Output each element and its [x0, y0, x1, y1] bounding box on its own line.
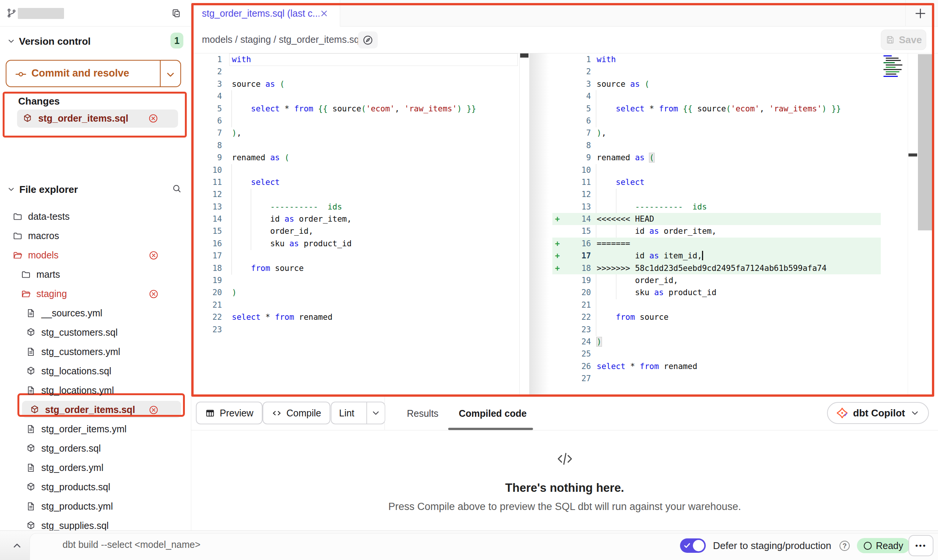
minimap[interactable]	[882, 54, 906, 76]
file-icon	[26, 385, 36, 396]
code-line: 26select * from renamed	[552, 360, 881, 372]
bottom-toolbar: Preview Compile Lint Results Compiled co…	[191, 397, 938, 430]
code-pane-right[interactable]: 1with23source as (45 select * from {{ so…	[552, 53, 881, 385]
save-button[interactable]: Save	[881, 30, 926, 50]
line-number: 22	[191, 311, 222, 323]
split-divider	[160, 61, 161, 86]
file-tree-item[interactable]: stg_supplies.sql	[0, 516, 191, 530]
code-line: 8	[552, 139, 881, 152]
file-tree-item[interactable]: stg_locations.sql	[0, 361, 191, 381]
line-number: 10	[564, 164, 591, 176]
lint-label[interactable]: Lint	[331, 402, 362, 424]
changed-file-name: stg_order_items.sql	[38, 113, 128, 124]
file-tree-item[interactable]: stg_order_items.yml	[0, 419, 191, 439]
chevron-up-icon[interactable]	[11, 540, 23, 551]
commit-button-label: Commit and resolve	[31, 67, 129, 79]
file-tree-item[interactable]: models	[0, 246, 191, 265]
sidebar: Version control 1 Commit and resolve Cha…	[0, 0, 191, 530]
lint-split-button[interactable]: Lint	[331, 402, 385, 424]
new-tab-plus-icon[interactable]	[913, 6, 927, 20]
code-line: 18 from source	[191, 262, 519, 274]
code-line: 13 ---------- ids	[552, 201, 881, 213]
file-tree-item[interactable]: stg_customers.yml	[0, 342, 191, 361]
tab-stg-order-items[interactable]: stg_order_items.sql (last c...	[191, 0, 340, 27]
file-tree-item[interactable]: staging	[0, 284, 191, 303]
chevron-down-icon[interactable]	[7, 185, 16, 194]
conflict-x-icon[interactable]	[149, 405, 159, 415]
lint-dropdown[interactable]	[366, 402, 385, 424]
file-name: stg_locations.sql	[41, 366, 111, 377]
line-number: 21	[191, 299, 222, 311]
file-tree-item[interactable]: stg_locations.yml	[0, 381, 191, 400]
file-tree-item[interactable]: stg_orders.sql	[0, 439, 191, 458]
file-tree-item[interactable]: stg_orders.yml	[0, 458, 191, 477]
status-ready-badge[interactable]: Ready	[857, 538, 910, 553]
file-name: stg_order_items.sql	[45, 404, 135, 415]
left-scrollbar-thumb[interactable]	[520, 53, 528, 58]
diff-added-marker	[552, 164, 564, 176]
line-number: 23	[191, 324, 222, 336]
preview-button[interactable]: Preview	[196, 402, 263, 424]
conflict-x-icon[interactable]	[149, 250, 159, 260]
file-name: stg_orders.yml	[41, 462, 103, 473]
more-options-button[interactable]: •••	[908, 535, 933, 556]
code-line: 27	[552, 372, 881, 385]
code-line: 23	[191, 324, 519, 336]
code-line: 3source as (	[552, 78, 881, 90]
model-icon	[30, 405, 40, 415]
tab-results[interactable]: Results	[407, 397, 438, 430]
conflict-x-icon[interactable]	[149, 289, 159, 299]
commit-and-resolve-button[interactable]: Commit and resolve	[6, 60, 181, 87]
diff-added-marker	[552, 225, 564, 237]
code-line: 15 id as order_item,	[552, 225, 881, 237]
line-number: 18	[564, 262, 591, 274]
close-icon[interactable]	[319, 9, 329, 18]
copy-icon[interactable]	[171, 8, 181, 19]
diff-editor[interactable]: 1with23source as (45 select * from {{ so…	[191, 53, 938, 397]
changed-file-item[interactable]: stg_order_items.sql	[17, 109, 178, 128]
search-icon[interactable]	[172, 183, 182, 194]
code-line: 5 select * from {{ source('ecom', 'raw_i…	[552, 103, 881, 115]
tab-compiled-code[interactable]: Compiled code	[459, 397, 527, 430]
code-line: 1with	[191, 53, 519, 66]
model-icon	[26, 327, 36, 338]
command-input[interactable]: dbt build --select <model_name>	[63, 539, 200, 550]
diff-added-marker	[552, 201, 564, 213]
copilot-label: dbt Copilot	[853, 407, 905, 419]
file-tree-item[interactable]: stg_products.sql	[0, 477, 191, 497]
code-line: 21	[191, 299, 519, 311]
file-name: stg_supplies.sql	[41, 520, 109, 530]
code-line: 24)	[552, 336, 881, 348]
dbt-copilot-button[interactable]: dbt Copilot	[827, 402, 929, 424]
code-line: 8	[191, 139, 519, 152]
code-line: 20 sku as product_id	[552, 286, 881, 299]
line-number: 10	[191, 164, 222, 176]
defer-toggle[interactable]	[680, 538, 706, 553]
diff-added-marker	[552, 324, 564, 336]
compile-button[interactable]: Compile	[263, 402, 330, 424]
code-pane-left[interactable]: 1with23source as (45 select * from {{ so…	[191, 53, 519, 336]
file-tree-item[interactable]: __sources.yml	[0, 303, 191, 323]
dbt-logo-icon	[836, 407, 848, 419]
code-line: 9renamed as (	[191, 152, 519, 164]
file-tree-item[interactable]: macros	[0, 226, 191, 246]
file-tree-item[interactable]: data-tests	[0, 207, 191, 226]
editor-scrollbar[interactable]	[918, 54, 934, 230]
file-name: staging	[36, 288, 67, 299]
code-line: 19	[191, 274, 519, 286]
overview-ruler-marker	[908, 153, 917, 156]
diff-added-marker	[552, 336, 564, 348]
file-tree-item[interactable]: stg_order_items.sql	[0, 400, 191, 419]
code-line: 17	[191, 250, 519, 262]
lineage-button[interactable]	[358, 31, 378, 48]
file-tree-item[interactable]: stg_customers.sql	[0, 323, 191, 342]
commit-icon	[15, 68, 27, 80]
chevron-down-icon[interactable]	[7, 37, 16, 45]
code-line: 14 id as order_item,	[191, 213, 519, 225]
conflict-x-icon[interactable]	[148, 113, 158, 124]
help-icon[interactable]: ?	[840, 541, 850, 551]
folder-icon	[13, 211, 23, 222]
file-tree-item[interactable]: stg_products.yml	[0, 497, 191, 516]
chevron-down-icon[interactable]	[165, 69, 176, 80]
file-tree-item[interactable]: marts	[0, 265, 191, 284]
